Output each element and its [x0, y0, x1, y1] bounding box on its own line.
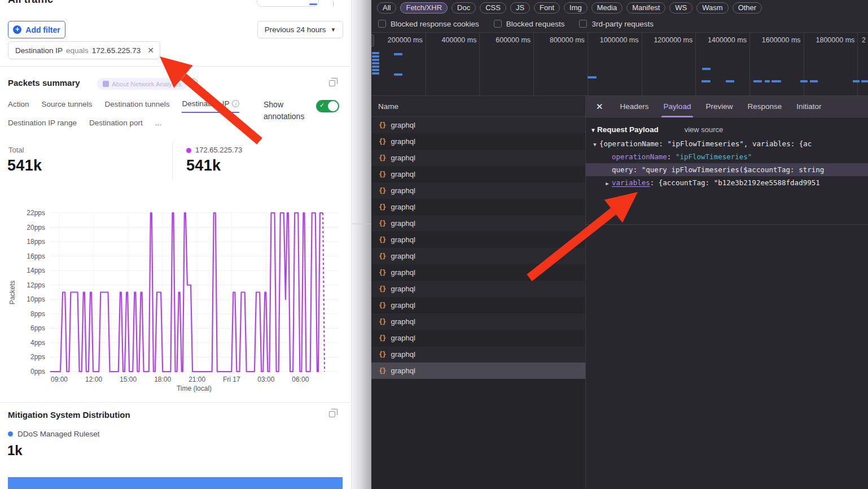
- filter-tab-font[interactable]: Font: [534, 2, 560, 14]
- timeline-gridline: [642, 33, 642, 96]
- name-column-header[interactable]: Name: [371, 96, 585, 117]
- request-row[interactable]: {}graphql: [371, 264, 585, 281]
- tab-source-tunnels[interactable]: Source tunnels: [42, 99, 93, 113]
- request-row[interactable]: {}graphql: [371, 363, 585, 379]
- timeline-gridline: [695, 33, 696, 96]
- tab-destination-ip-range[interactable]: Destination IP range: [8, 119, 77, 131]
- detail-tab-payload[interactable]: Payload: [664, 96, 691, 117]
- request-row[interactable]: {}graphql: [371, 281, 585, 297]
- json-braces-icon: {}: [379, 121, 385, 129]
- svg-text:Packets: Packets: [8, 281, 16, 305]
- about-network-analytics-badge[interactable]: About Network Analytics: [97, 78, 187, 90]
- request-timing-mark: [372, 55, 379, 58]
- filter-tab-all[interactable]: All: [377, 2, 396, 14]
- tab--[interactable]: ...: [155, 119, 161, 131]
- timeline-drag-handle[interactable]: [371, 34, 374, 47]
- timeline-gridline: [804, 33, 804, 96]
- request-row[interactable]: {}graphql: [371, 248, 585, 264]
- triangle-down-icon[interactable]: ▼: [590, 138, 599, 150]
- request-row[interactable]: {}graphql: [371, 215, 585, 232]
- request-row[interactable]: {}graphql: [371, 232, 585, 248]
- request-row[interactable]: {}graphql: [371, 297, 585, 313]
- request-timing-mark: [588, 76, 597, 78]
- detail-tab-initiator[interactable]: Initiator: [796, 96, 821, 117]
- total-label: Total: [8, 146, 24, 154]
- filter-tab-css[interactable]: CSS: [480, 2, 506, 14]
- checkbox-blocked-requests[interactable]: Blocked requests: [494, 20, 565, 28]
- payload-operation-line[interactable]: operationName: "ipFlowTimeseries": [586, 150, 868, 163]
- series-label: 172.65.225.73: [195, 146, 242, 154]
- add-filter-button[interactable]: + Add filter: [8, 21, 65, 38]
- divider: [172, 142, 173, 180]
- request-row[interactable]: {}graphql: [371, 199, 585, 215]
- tab-action[interactable]: Action: [8, 99, 29, 113]
- timeline-tick-label: 400000 ms: [442, 36, 477, 44]
- window-gutter: [352, 0, 371, 489]
- copy-panel-icon[interactable]: [329, 411, 335, 417]
- checkbox-blocked-response-cookies[interactable]: Blocked response cookies: [378, 20, 479, 28]
- json-braces-icon: {}: [379, 367, 385, 375]
- svg-text:2pps: 2pps: [30, 353, 45, 361]
- checkbox-3rd-party-requests[interactable]: 3rd-party requests: [579, 20, 654, 28]
- timeline-gridline: [749, 33, 750, 96]
- filter-tab-media[interactable]: Media: [591, 2, 622, 14]
- filter-tab-fetch-xhr[interactable]: Fetch/XHR: [400, 2, 448, 14]
- series-legend-dot: [186, 148, 191, 153]
- svg-text:0pps: 0pps: [30, 368, 45, 376]
- request-row[interactable]: {}graphql: [371, 182, 585, 199]
- filter-chip[interactable]: Destination IP equals 172.65.225.73 ✕: [8, 41, 160, 59]
- remove-filter-icon[interactable]: ✕: [147, 46, 154, 55]
- analytics-panel: All traffic + Add filter Previous 24 hou…: [0, 0, 352, 489]
- divider: [0, 66, 352, 67]
- json-braces-icon: {}: [379, 187, 385, 195]
- request-row[interactable]: {}graphql: [371, 166, 585, 182]
- mitigation-title: Mitigation System Distribution: [8, 410, 130, 420]
- show-annotations-toggle[interactable]: ✓: [316, 100, 339, 112]
- timeline-gridline: [857, 33, 858, 96]
- triangle-right-icon[interactable]: ▶: [603, 177, 612, 189]
- payload-summary-line[interactable]: ▼{operationName: "ipFlowTimeseries", var…: [586, 137, 868, 150]
- request-row[interactable]: {}graphql: [371, 313, 585, 330]
- svg-text:18pps: 18pps: [27, 238, 45, 246]
- tab-destination-ip[interactable]: Destination IPi: [182, 99, 239, 113]
- request-payload-section[interactable]: ▼Request Payload: [590, 125, 659, 134]
- checkbox-icon: [378, 20, 386, 28]
- copy-panel-icon[interactable]: [329, 80, 335, 86]
- filter-tab-other[interactable]: Other: [733, 2, 762, 14]
- divider: [586, 224, 868, 225]
- view-source-link[interactable]: view source: [685, 125, 724, 134]
- filter-tab-js[interactable]: JS: [510, 2, 530, 14]
- filter-tab-wasm[interactable]: Wasm: [696, 2, 728, 14]
- request-row[interactable]: {}graphql: [371, 133, 585, 150]
- detail-tab-headers[interactable]: Headers: [620, 96, 649, 117]
- timeline-gridline: [588, 33, 588, 96]
- mitigation-bar: [8, 477, 343, 489]
- time-range-dropdown[interactable]: Previous 24 hours ▼: [257, 21, 343, 38]
- request-row[interactable]: {}graphql: [371, 150, 585, 166]
- filter-tab-img[interactable]: Img: [564, 2, 588, 14]
- close-icon[interactable]: ✕: [596, 102, 603, 112]
- network-overview-timeline[interactable]: 200000 ms400000 ms600000 ms800000 ms1000…: [371, 33, 868, 96]
- detail-tab-response[interactable]: Response: [747, 96, 782, 117]
- payload-query-line[interactable]: query: "query ipFlowTimeseries($accountT…: [586, 163, 868, 176]
- legend-dot: [8, 431, 13, 436]
- packets-summary-title: Packets summary: [8, 78, 80, 88]
- request-row[interactable]: {}graphql: [371, 346, 585, 363]
- series-value: 541k: [186, 157, 221, 174]
- tab-destination-port[interactable]: Destination port: [89, 119, 143, 131]
- filter-tab-doc[interactable]: Doc: [451, 2, 476, 14]
- filter-tab-ws[interactable]: WS: [669, 2, 692, 14]
- request-row[interactable]: {}graphql: [371, 117, 585, 133]
- payload-variables-line[interactable]: ▶variables: {accountTag: "b12e3b2192ee55…: [586, 176, 868, 189]
- checkbox-icon: [494, 20, 502, 28]
- cutoff-divider: [333, 1, 334, 6]
- clock-icon: [190, 78, 198, 86]
- filter-tab-manifest[interactable]: Manifest: [626, 2, 665, 14]
- detail-tab-preview[interactable]: Preview: [705, 96, 733, 117]
- total-value: 541k: [7, 157, 42, 174]
- request-filter-checkboxes: Blocked response cookiesBlocked requests…: [371, 15, 868, 33]
- request-timing-mark: [726, 80, 734, 82]
- request-row[interactable]: {}graphql: [371, 330, 585, 346]
- timeline-tick-label: 1200000 ms: [654, 36, 692, 44]
- tab-destination-tunnels[interactable]: Destination tunnels: [105, 99, 170, 113]
